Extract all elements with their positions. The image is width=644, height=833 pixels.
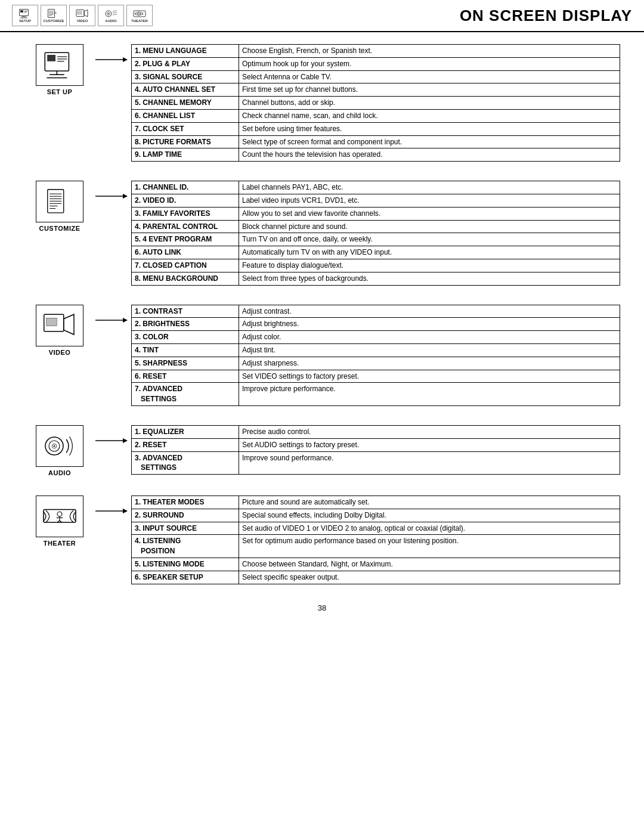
table-row: 3. ADVANCED SETTINGS Improve sound perfo… [132, 451, 620, 475]
menu-item: 3. FAMILY FAVORITES [132, 207, 239, 220]
table-row: 8. MENU BACKGROUND Select from three typ… [132, 272, 620, 285]
table-row: 1. EQUALIZER Precise audio control. [132, 425, 620, 438]
page-header: SETUP ≡ CUSTOMIZE VIDEO [0, 0, 644, 32]
video-icon-box [36, 305, 83, 346]
customize-tab-icon[interactable]: ≡ CUSTOMIZE [41, 5, 67, 26]
table-row: 1. CHANNEL ID. Label channels PAY1, ABC,… [132, 181, 620, 194]
svg-rect-31 [47, 55, 55, 61]
theater-section: THEATER 1. THEATER MODES Picture and sou… [24, 496, 620, 584]
table-row: 9. LAMP TIME Count the hours the televis… [132, 148, 620, 162]
menu-desc: Choose English, French, or Spanish text. [239, 45, 620, 58]
svg-point-58 [54, 445, 55, 447]
setup-section: SET UP 1. MENU LANGUAGE Choose English, … [24, 44, 620, 162]
theater-icon-box [36, 496, 83, 537]
menu-desc: Check channel name, scan, and child lock… [239, 109, 620, 122]
customize-label: CUSTOMIZE [39, 225, 80, 232]
menu-desc: Select specific speaker output. [239, 571, 620, 584]
menu-item: 3. SIGNAL SOURCE [132, 70, 239, 83]
svg-marker-39 [123, 57, 128, 62]
menu-desc: Special sound effects, including Dolby D… [239, 509, 620, 522]
audio-menu-table: 1. EQUALIZER Precise audio control. 2. R… [131, 425, 620, 475]
svg-marker-54 [123, 318, 128, 323]
menu-item: 3. COLOR [132, 331, 239, 344]
menu-desc: Adjust color. [239, 331, 620, 344]
menu-item: 5. 4 EVENT PROGRAM [132, 233, 239, 246]
menu-desc: Channel buttons, add or skip. [239, 97, 620, 110]
audio-arrow [95, 425, 131, 445]
table-row: 4. TINT Adjust tint. [132, 343, 620, 357]
audio-icon-box [36, 425, 83, 467]
theater-tab-icon[interactable]: THEATER [126, 5, 153, 26]
customize-icon-box [36, 181, 83, 222]
menu-desc: Adjust tint. [239, 343, 620, 357]
table-row: 3. SIGNAL SOURCE Select Antenna or Cable… [132, 70, 620, 83]
menu-desc: Adjust brightness. [239, 318, 620, 331]
main-content: SET UP 1. MENU LANGUAGE Choose English, … [0, 38, 644, 630]
audio-label: AUDIO [48, 469, 71, 476]
menu-desc: Label channels PAY1, ABC, etc. [239, 181, 620, 194]
menu-desc: Block channel picture and sound. [239, 220, 620, 233]
svg-point-20 [108, 13, 109, 14]
svg-line-23 [113, 14, 117, 15]
customize-menu-table: 1. CHANNEL ID. Label channels PAY1, ABC,… [131, 181, 620, 285]
menu-item: 2. VIDEO ID. [132, 194, 239, 207]
menu-item: 2. SURROUND [132, 509, 239, 522]
table-row: 6. RESET Set VIDEO settings to factory p… [132, 370, 620, 383]
svg-marker-68 [123, 509, 128, 513]
table-row: 4. LISTENING POSITION Set for optimum au… [132, 535, 620, 558]
table-row: 6. CHANNEL LIST Check channel name, scan… [132, 109, 620, 122]
menu-item: 3. ADVANCED SETTINGS [132, 451, 239, 475]
menu-item: 2. BRIGHTNESS [132, 318, 239, 331]
table-row: 2. RESET Set AUDIO settings to factory p… [132, 438, 620, 451]
theater-section-left: THEATER [24, 496, 95, 547]
menu-item: 1. CHANNEL ID. [132, 181, 239, 194]
menu-desc: Choose between Standard, Night, or Maxim… [239, 558, 620, 571]
menu-item: 4. TINT [132, 343, 239, 357]
menu-item: 7. CLOCK SET [132, 122, 239, 135]
table-row: 4. AUTO CHANNEL SET First time set up fo… [132, 83, 620, 97]
menu-desc: Feature to display dialogue/text. [239, 259, 620, 272]
audio-section-left: AUDIO [24, 425, 95, 476]
svg-line-21 [113, 11, 117, 11]
video-menu-table: 1. CONTRAST Adjust contrast. 2. BRIGHTNE… [131, 305, 620, 406]
menu-desc: Precise audio control. [239, 425, 620, 438]
menu-item: 5. LISTENING MODE [132, 558, 239, 571]
svg-rect-1 [20, 10, 23, 13]
video-label: VIDEO [49, 349, 71, 356]
tab-icons: SETUP ≡ CUSTOMIZE VIDEO [12, 5, 153, 26]
menu-item: 4. PARENTAL CONTROL [132, 220, 239, 233]
video-tab-icon[interactable]: VIDEO [69, 5, 95, 26]
svg-point-62 [57, 512, 62, 516]
table-row: 5. 4 EVENT PROGRAM Turn TV on and off on… [132, 233, 620, 246]
menu-item: 8. MENU BACKGROUND [132, 272, 239, 285]
table-row: 5. CHANNEL MEMORY Channel buttons, add o… [132, 97, 620, 110]
table-row: 7. CLOCK SET Set before using timer feat… [132, 122, 620, 135]
table-row: 1. CONTRAST Adjust contrast. [132, 305, 620, 318]
menu-item: 1. THEATER MODES [132, 496, 239, 509]
menu-desc: First time set up for channel buttons. [239, 83, 620, 97]
table-row: 1. THEATER MODES Picture and sound are a… [132, 496, 620, 509]
svg-text:≡: ≡ [55, 11, 57, 14]
audio-tab-icon[interactable]: AUDIO [98, 5, 124, 26]
table-row: 2. PLUG & PLAY Optimum hook up for your … [132, 57, 620, 70]
table-row: 5. SHARPNESS Adjust sharpness. [132, 357, 620, 370]
menu-item: 1. EQUALIZER [132, 425, 239, 438]
customize-section-left: CUSTOMIZE [24, 181, 95, 232]
svg-rect-17 [78, 11, 82, 14]
menu-item: 4. LISTENING POSITION [132, 535, 239, 558]
menu-item: 6. SPEAKER SETUP [132, 571, 239, 584]
menu-item: 2. RESET [132, 438, 239, 451]
menu-desc: Picture and sound are automatically set. [239, 496, 620, 509]
page-number: 38 [24, 603, 620, 612]
menu-desc: Set for optimum audio performance based … [239, 535, 620, 558]
menu-item: 7. CLOSED CAPTION [132, 259, 239, 272]
menu-item: 4. AUTO CHANNEL SET [132, 83, 239, 97]
menu-desc: Set VIDEO settings to factory preset. [239, 370, 620, 383]
table-row: 5. LISTENING MODE Choose between Standar… [132, 558, 620, 571]
video-arrow [95, 305, 131, 325]
setup-tab-icon[interactable]: SETUP [12, 5, 38, 26]
theater-arrow [95, 496, 131, 516]
table-row: 2. BRIGHTNESS Adjust brightness. [132, 318, 620, 331]
svg-line-22 [113, 13, 117, 13]
menu-item: 1. MENU LANGUAGE [132, 45, 239, 58]
